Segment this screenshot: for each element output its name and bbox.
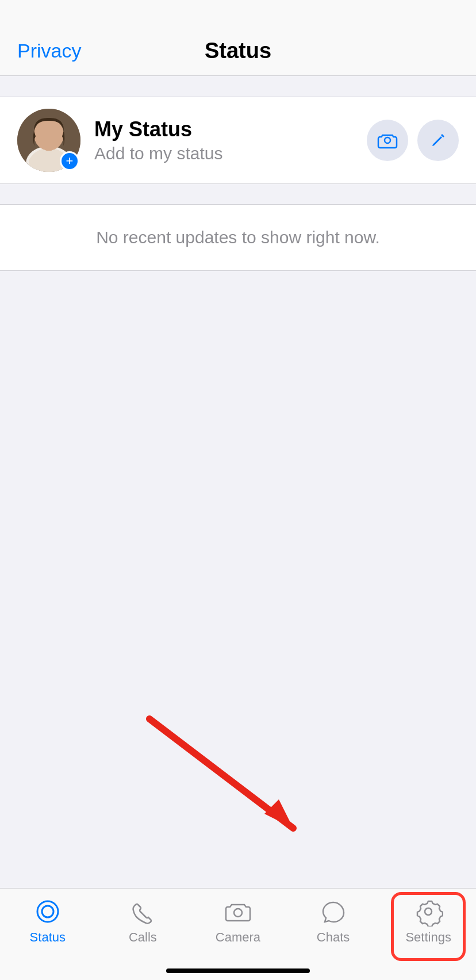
main-content: + My Status Add to my status <box>0 76 476 888</box>
my-status-subtitle: Add to my status <box>94 144 367 163</box>
section-gap-top <box>0 76 476 97</box>
my-status-section: + My Status Add to my status <box>0 97 476 184</box>
privacy-button[interactable]: Privacy <box>17 40 81 62</box>
camera-icon <box>377 129 398 151</box>
nav-bar: Privacy Status <box>0 0 476 76</box>
tab-settings[interactable]: Settings <box>381 897 476 945</box>
avatar-container[interactable]: + <box>17 109 80 172</box>
tab-calls[interactable]: Calls <box>95 897 191 945</box>
section-gap-mid <box>0 184 476 205</box>
svg-point-8 <box>42 906 53 917</box>
tab-camera[interactable]: Camera <box>190 897 286 945</box>
tab-chats-label: Chats <box>317 930 350 945</box>
no-updates-text: No recent updates to show right now. <box>96 228 380 247</box>
tab-bar: Status Calls Camera Chats Settings <box>0 888 476 980</box>
tab-status-label: Status <box>30 930 66 945</box>
home-indicator <box>166 968 310 973</box>
calls-tab-icon <box>128 897 158 927</box>
camera-action-button[interactable] <box>367 120 408 161</box>
camera-tab-icon <box>223 897 253 927</box>
my-status-actions <box>367 120 459 161</box>
my-status-text: My Status Add to my status <box>94 117 367 163</box>
svg-point-4 <box>34 118 64 151</box>
tab-camera-label: Camera <box>216 930 260 945</box>
empty-area <box>0 271 476 673</box>
chats-tab-icon <box>318 897 348 927</box>
add-status-plus[interactable]: + <box>60 151 79 171</box>
svg-point-9 <box>234 909 242 917</box>
svg-point-7 <box>37 901 58 922</box>
tab-status[interactable]: Status <box>0 897 95 945</box>
tab-settings-label: Settings <box>405 930 451 945</box>
page-title: Status <box>205 39 271 63</box>
status-tab-icon <box>33 897 63 927</box>
pencil-icon <box>428 130 448 151</box>
my-status-row: + My Status Add to my status <box>0 97 476 183</box>
no-updates-section: No recent updates to show right now. <box>0 205 476 271</box>
tab-calls-label: Calls <box>129 930 157 945</box>
edit-action-button[interactable] <box>417 120 459 161</box>
my-status-title: My Status <box>94 117 367 141</box>
tab-chats[interactable]: Chats <box>286 897 381 945</box>
svg-point-10 <box>425 908 432 915</box>
settings-tab-icon <box>413 897 443 927</box>
